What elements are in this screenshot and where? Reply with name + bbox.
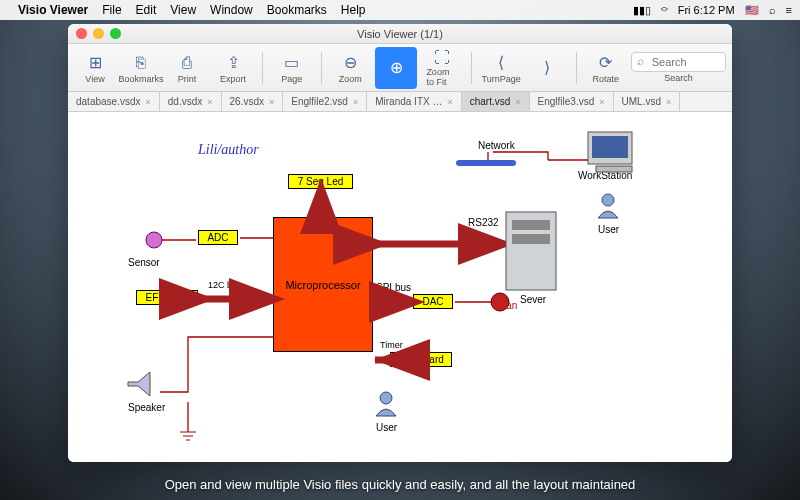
clock[interactable]: Fri 6:12 PM [678, 4, 735, 16]
spotlight-icon[interactable]: ⌕ [769, 4, 776, 16]
search-input[interactable] [631, 52, 726, 72]
svg-rect-18 [592, 136, 628, 158]
bookmark-icon: ⎘ [136, 52, 146, 74]
menu-view[interactable]: View [170, 3, 196, 17]
svg-rect-15 [512, 220, 550, 230]
close-icon[interactable]: × [207, 97, 212, 107]
zoom-button[interactable] [110, 28, 121, 39]
printer-icon: ⎙ [182, 52, 192, 74]
close-icon[interactable]: × [515, 97, 520, 107]
svg-point-20 [380, 392, 392, 404]
tab-database[interactable]: database.vsdx× [68, 92, 160, 111]
close-icon[interactable]: × [146, 97, 151, 107]
menu-bookmarks[interactable]: Bookmarks [267, 3, 327, 17]
fit-icon: ⛶ [434, 49, 450, 67]
tabbar: database.vsdx× dd.vsdx× 26.vsdx× Englfil… [68, 92, 732, 112]
wifi-icon[interactable]: ⌔ [661, 4, 668, 16]
svg-point-21 [602, 194, 614, 206]
menu-window[interactable]: Window [210, 3, 253, 17]
page-button[interactable]: ▭Page [271, 47, 313, 89]
menu-extras-icon[interactable]: ≡ [786, 4, 792, 16]
menu-file[interactable]: File [102, 3, 121, 17]
bookmarks-button[interactable]: ⎘Bookmarks [120, 47, 162, 89]
tab-miranda[interactable]: Miranda ITX …× [367, 92, 462, 111]
canvas[interactable]: Lili/author Microprocessor 7 Seg Led ADC… [68, 112, 732, 462]
next-page-button[interactable]: ⟩ [526, 47, 568, 89]
export-button[interactable]: ⇪Export [212, 47, 254, 89]
close-icon[interactable]: × [269, 97, 274, 107]
menu-edit[interactable]: Edit [136, 3, 157, 17]
svg-rect-19 [596, 166, 632, 172]
export-icon: ⇪ [227, 52, 240, 74]
zoom-out-icon: ⊖ [344, 52, 357, 74]
flag-icon[interactable]: 🇺🇸 [745, 4, 759, 17]
page-icon: ▭ [284, 52, 299, 74]
diagram-svg [68, 112, 732, 462]
grid-icon: ⊞ [89, 52, 102, 74]
window-title: Visio Viewer (1/1) [357, 28, 443, 40]
app-name[interactable]: Visio Viewer [18, 3, 88, 17]
tab-englfile3[interactable]: Englfile3.vsd× [530, 92, 614, 111]
tab-uml[interactable]: UML.vsd× [614, 92, 681, 111]
svg-rect-13 [456, 160, 516, 166]
search-label: Search [631, 73, 726, 83]
view-button[interactable]: ⊞View [74, 47, 116, 89]
battery-icon[interactable]: ▮▮▯ [633, 4, 651, 17]
svg-point-11 [146, 232, 162, 248]
search-field[interactable]: Search [631, 52, 726, 83]
tab-chart[interactable]: chart.vsd× [462, 92, 530, 111]
menu-help[interactable]: Help [341, 3, 366, 17]
tab-26[interactable]: 26.vsdx× [222, 92, 284, 111]
prev-page-button[interactable]: ⟨TurnPage [480, 47, 522, 89]
close-button[interactable] [76, 28, 87, 39]
titlebar: Visio Viewer (1/1) [68, 24, 732, 44]
zoom-fit-button[interactable]: ⛶Zoom to Fit [421, 47, 463, 89]
zoom-in-icon: ⊕ [390, 57, 403, 79]
menubar: Visio Viewer File Edit View Window Bookm… [0, 0, 800, 20]
svg-rect-16 [512, 234, 550, 244]
chevron-left-icon: ⟨ [498, 52, 504, 74]
toolbar: ⊞View ⎘Bookmarks ⎙Print ⇪Export ▭Page ⊖Z… [68, 44, 732, 92]
close-icon[interactable]: × [666, 97, 671, 107]
app-window: Visio Viewer (1/1) ⊞View ⎘Bookmarks ⎙Pri… [68, 24, 732, 462]
zoom-out-button[interactable]: ⊖Zoom [329, 47, 371, 89]
rotate-icon: ⟳ [599, 52, 612, 74]
promo-caption: Open and view multiple Visio files quick… [0, 477, 800, 492]
svg-point-12 [491, 293, 509, 311]
tab-dd[interactable]: dd.vsdx× [160, 92, 222, 111]
close-icon[interactable]: × [353, 97, 358, 107]
close-icon[interactable]: × [447, 97, 452, 107]
minimize-button[interactable] [93, 28, 104, 39]
rotate-button[interactable]: ⟳Rotate [585, 47, 627, 89]
chevron-right-icon: ⟩ [544, 57, 550, 79]
close-icon[interactable]: × [599, 97, 604, 107]
tab-englfile2[interactable]: Englfile2.vsd× [283, 92, 367, 111]
zoom-in-button[interactable]: ⊕ [375, 47, 417, 89]
print-button[interactable]: ⎙Print [166, 47, 208, 89]
